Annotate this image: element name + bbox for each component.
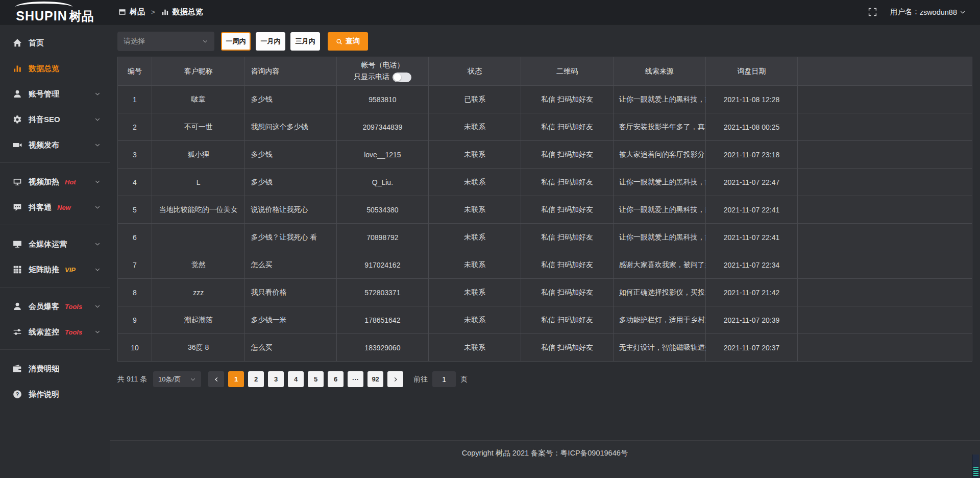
sidebar-item-label: 视频发布 — [29, 140, 59, 150]
date-range-group: 一周内一月内三月内 — [221, 32, 320, 51]
sidebar-item-data-overview[interactable]: 数据总览 — [0, 56, 110, 81]
sliders-icon — [13, 327, 22, 337]
page-button-5[interactable]: 5 — [308, 371, 324, 387]
cell-content: 说说价格让我死心 — [245, 196, 336, 224]
cell-source-link[interactable]: 被大家追着问的客厅投影分享... — [613, 141, 705, 169]
cell-qr-link[interactable]: 私信 扫码加好友 — [521, 251, 614, 279]
chevron-down-icon — [94, 142, 101, 148]
search-button[interactable]: 查询 — [328, 32, 368, 51]
sidebar-item-account-manage[interactable]: 账号管理 — [0, 81, 110, 107]
chevron-down-icon — [94, 303, 101, 309]
phone-only-toggle[interactable] — [393, 73, 411, 82]
breadcrumb-app[interactable]: 树品 — [130, 7, 145, 17]
sidebar-item-label: 抖音SEO — [29, 115, 60, 125]
sidebar-item-video-heat[interactable]: 视频加热Hot — [0, 169, 110, 195]
cell-qr-link[interactable]: 私信 扫码加好友 — [521, 196, 614, 224]
cell-source-link[interactable]: 多功能护栏灯，适用于乡村文... — [613, 306, 705, 334]
gear-icon — [13, 115, 22, 124]
cell-source-link[interactable]: 让你一眼就爱上的黑科技，能... — [613, 224, 705, 251]
cell-filler — [798, 196, 972, 224]
sidebar-item-consume-detail[interactable]: 消费明细 — [0, 356, 110, 381]
sidebar-item-home[interactable]: 首页 — [0, 30, 110, 56]
sidebar-item-instructions[interactable]: ?操作说明 — [0, 381, 110, 407]
user-menu[interactable]: 用户名： zswodun88 — [890, 7, 966, 17]
range-button-one-month[interactable]: 一月内 — [256, 32, 285, 51]
sidebar-item-media-operation[interactable]: 全媒体运营 — [0, 231, 110, 257]
fullscreen-icon[interactable] — [868, 8, 877, 16]
next-page-button[interactable] — [387, 371, 403, 387]
cell-source-link[interactable]: 感谢大家喜欢我家，被问了好... — [613, 251, 705, 279]
cell-source-link[interactable]: 让你一眼就爱上的黑科技，能... — [613, 169, 705, 196]
table-header-7: 询盘日期 — [705, 57, 798, 86]
cell-account: 183929060 — [336, 334, 429, 362]
cell-source-link[interactable]: 无主灯设计，智能磁吸轨道灯... — [613, 334, 705, 362]
cell-qr-link[interactable]: 私信 扫码加好友 — [521, 141, 614, 169]
sidebar-item-video-publish[interactable]: 视频发布 — [0, 132, 110, 158]
page-button-6[interactable]: 6 — [328, 371, 344, 387]
cell-qr-link[interactable]: 私信 扫码加好友 — [521, 224, 614, 251]
user-area: 用户名： zswodun88 — [868, 7, 980, 17]
sidebar-item-badge: New — [57, 204, 71, 211]
page-ellipsis-button[interactable]: ··· — [348, 371, 363, 387]
cell-nickname: 狐小狸 — [152, 141, 244, 169]
cell-content: 我只看价格 — [245, 279, 336, 306]
goto-page-input[interactable] — [432, 371, 456, 387]
cell-date: 2021-11-07 21:42 — [705, 279, 798, 306]
toggle-knob — [394, 74, 401, 81]
screen-icon — [13, 177, 22, 186]
cell-id: 10 — [118, 334, 152, 362]
cell-nickname: 潮起潮落 — [152, 306, 244, 334]
table-body: 1啵章多少钱9583810已联系私信 扫码加好友让你一眼就爱上的黑科技，能...… — [118, 86, 972, 362]
page-button-92[interactable]: 92 — [368, 371, 383, 387]
chevron-down-icon — [94, 267, 101, 273]
cell-qr-link[interactable]: 私信 扫码加好友 — [521, 86, 614, 113]
cell-source-link[interactable]: 客厅安装投影半年多了，真实... — [613, 113, 705, 141]
sidebar-item-matrix-boost[interactable]: 矩阵助推VIP — [0, 257, 110, 282]
table-header-row: 编号客户昵称咨询内容帐号（电话）只显示电话状态二维码线索来源询盘日期 — [118, 57, 972, 86]
chevron-down-icon — [190, 376, 196, 383]
cell-qr-link[interactable]: 私信 扫码加好友 — [521, 279, 614, 306]
cell-status: 未联系 — [429, 224, 521, 251]
cell-date: 2021-11-07 23:18 — [705, 141, 798, 169]
cell-filler — [798, 169, 972, 196]
cell-source-link[interactable]: 让你一眼就爱上的黑科技，能... — [613, 196, 705, 224]
cell-qr-link[interactable]: 私信 扫码加好友 — [521, 169, 614, 196]
sidebar-item-label: 首页 — [29, 38, 44, 48]
sidebar-item-member-burst[interactable]: 会员爆客Tools — [0, 294, 110, 319]
pager: 123456···92 — [208, 371, 403, 387]
range-button-three-months[interactable]: 三月内 — [290, 32, 320, 51]
sidebar-item-label: 账号管理 — [29, 89, 59, 99]
cell-source-link[interactable]: 让你一眼就爱上的黑科技，能... — [613, 86, 705, 113]
minimap-widget[interactable] — [972, 455, 979, 478]
cell-qr-link[interactable]: 私信 扫码加好友 — [521, 306, 614, 334]
cell-qr-link[interactable]: 私信 扫码加好友 — [521, 113, 614, 141]
cell-source-link[interactable]: 如何正确选择投影仪，买投影... — [613, 279, 705, 306]
chevron-down-icon — [94, 241, 101, 247]
prev-page-button[interactable] — [208, 371, 224, 387]
sidebar-item-label: 抖客通 — [29, 203, 52, 212]
cell-qr-link[interactable]: 私信 扫码加好友 — [521, 334, 614, 362]
cell-account: 572803371 — [336, 279, 429, 306]
filter-select[interactable]: 请选择 — [117, 32, 214, 51]
page-size-select[interactable]: 10条/页 — [153, 371, 201, 387]
sidebar-item-clue-monitor[interactable]: 线索监控Tools — [0, 319, 110, 345]
cell-content: 我想问这个多少钱 — [245, 113, 336, 141]
sidebar-item-douketong[interactable]: 抖客通New — [0, 195, 110, 220]
range-button-one-week[interactable]: 一周内 — [221, 32, 251, 51]
cell-content: 怎么买 — [245, 251, 336, 279]
table-row: 8zzz我只看价格572803371未联系私信 扫码加好友如何正确选择投影仪，买… — [118, 279, 972, 306]
page-button-3[interactable]: 3 — [268, 371, 284, 387]
table-header-0: 编号 — [118, 57, 152, 86]
table-header-5: 二维码 — [521, 57, 614, 86]
logo-arc — [15, 2, 72, 7]
table-row: 3狐小狸多少钱love__1215未联系私信 扫码加好友被大家追着问的客厅投影分… — [118, 141, 972, 169]
sidebar-item-douyin-seo[interactable]: 抖音SEO — [0, 107, 110, 132]
table-row: 4L多少钱Q_Liu.未联系私信 扫码加好友让你一眼就爱上的黑科技，能...20… — [118, 169, 972, 196]
page-size-value: 10条/页 — [158, 375, 181, 384]
page-button-1[interactable]: 1 — [228, 371, 244, 387]
svg-text:?: ? — [16, 391, 19, 397]
page-button-2[interactable]: 2 — [248, 371, 264, 387]
app-logo: SHUPIN 树品 — [0, 0, 110, 25]
page-button-4[interactable]: 4 — [288, 371, 304, 387]
sidebar-item-label: 全媒体运营 — [29, 240, 67, 249]
